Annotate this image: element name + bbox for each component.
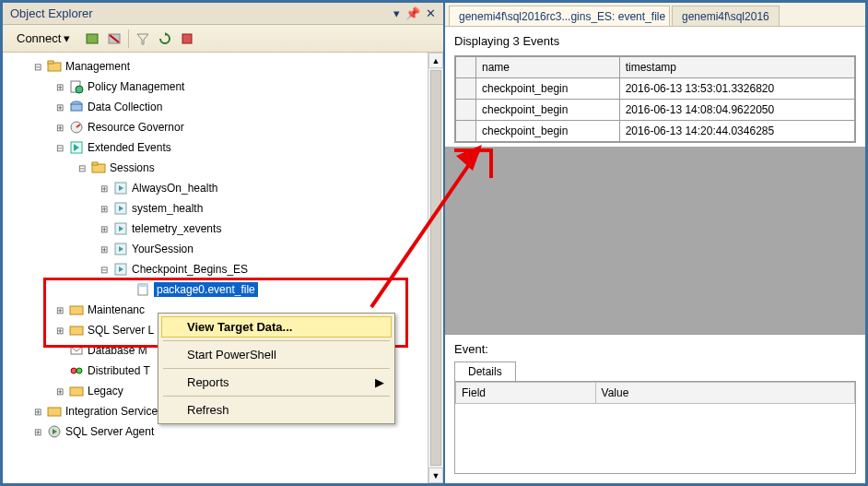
tree-label: system_health	[132, 202, 203, 215]
cell-timestamp: 2016-06-13 13:53:01.3326820	[619, 78, 854, 100]
session-icon	[113, 201, 128, 216]
cell-timestamp: 2016-06-13 14:08:04.9622050	[619, 100, 854, 121]
cell-name: checkpoint_begin	[476, 100, 620, 121]
menu-refresh[interactable]: Refresh	[161, 399, 392, 421]
svg-point-33	[71, 368, 76, 373]
tab-label: genemi4f\sql2016	[682, 10, 769, 23]
tree-node-yoursession[interactable]: YourSession	[6, 239, 443, 259]
menu-start-powershell[interactable]: Start PowerShell	[161, 344, 392, 365]
session-icon	[113, 242, 128, 256]
tree-node-data-collection[interactable]: Data Collection	[6, 97, 443, 117]
tree-label: Resource Governor	[88, 121, 184, 134]
document-tabbar: genemi4f\sql2016rc3...gins_ES: event_fil…	[445, 3, 865, 27]
svg-rect-11	[71, 104, 82, 111]
grid-filler	[445, 147, 865, 334]
tree-label: Legacy	[88, 385, 123, 397]
policy-icon	[69, 79, 84, 94]
tree-node-management[interactable]: Management	[6, 56, 443, 77]
col-value[interactable]: Value	[595, 383, 854, 404]
resource-governor-icon	[69, 120, 84, 135]
folder-icon	[69, 323, 84, 338]
event-file-icon	[135, 282, 150, 297]
event-count-label: Displaying 3 Events	[445, 27, 865, 52]
scroll-down-icon[interactable]: ▼	[428, 468, 443, 483]
svg-rect-29	[138, 284, 147, 287]
tree-label: Database M	[88, 344, 147, 357]
scroll-up-icon[interactable]: ▲	[428, 53, 443, 68]
object-explorer-toolbar: Connect ▾	[3, 25, 443, 53]
dropdown-icon[interactable]: ▾	[393, 6, 400, 20]
menu-view-target-data[interactable]: View Target Data...	[161, 316, 392, 338]
tree-label: Sessions	[110, 161, 155, 174]
svg-rect-17	[92, 162, 98, 165]
svg-rect-30	[70, 306, 83, 314]
menu-separator	[163, 340, 390, 341]
tree-node-sql-agent[interactable]: SQL Server Agent	[6, 421, 443, 442]
tree-label: AlwaysOn_health	[132, 182, 217, 195]
tab-event-file[interactable]: genemi4f\sql2016rc3...gins_ES: event_fil…	[449, 6, 670, 26]
tree-node-resource-governor[interactable]: Resource Governor	[6, 117, 443, 137]
stop-icon[interactable]	[179, 30, 195, 47]
tab-label: genemi4f\sql2016rc3...gins_ES: event_fil…	[459, 10, 665, 23]
col-name[interactable]: name	[476, 57, 620, 78]
folder-icon	[47, 404, 62, 419]
connect-button[interactable]: Connect ▾	[8, 29, 78, 48]
tree-node-telemetry[interactable]: telemetry_xevents	[6, 219, 443, 239]
folder-icon	[69, 302, 84, 317]
menu-reports-label: Reports	[187, 375, 229, 389]
col-field[interactable]: Field	[456, 383, 596, 404]
filter-icon[interactable]	[135, 30, 151, 47]
tree-label: Management	[65, 60, 130, 73]
tree-label: Maintenanc	[88, 303, 145, 316]
pin-icon[interactable]: 📌	[405, 6, 420, 20]
tree-label: Data Collection	[88, 101, 162, 113]
cell-name: checkpoint_begin	[476, 78, 620, 100]
table-row[interactable]: checkpoint_begin 2016-06-13 14:20:44.034…	[456, 121, 855, 142]
tree-scrollbar[interactable]: ▲ ▼	[428, 53, 443, 483]
sql-agent-icon	[47, 424, 62, 439]
detail-grid[interactable]: Field Value	[454, 382, 856, 474]
folder-icon	[91, 160, 106, 175]
submenu-arrow-icon: ▶	[375, 375, 384, 389]
events-table[interactable]: name timestamp checkpoint_begin 2016-06-…	[454, 55, 856, 143]
folder-icon	[47, 59, 62, 74]
svg-rect-5	[182, 34, 192, 43]
tree-node-package0[interactable]: package0.event_file	[6, 279, 443, 300]
tree-node-alwayson[interactable]: AlwaysOn_health	[6, 178, 443, 198]
svg-rect-31	[70, 326, 83, 335]
tree-node-extended-events[interactable]: Extended Events	[6, 137, 443, 158]
connect-db-icon[interactable]	[84, 30, 100, 47]
session-icon	[113, 181, 128, 196]
tree-label: SQL Server L	[88, 324, 154, 337]
table-row[interactable]: checkpoint_begin 2016-06-13 14:08:04.962…	[456, 100, 855, 121]
svg-point-34	[76, 368, 82, 373]
col-timestamp[interactable]: timestamp	[619, 57, 854, 78]
svg-marker-3	[137, 34, 148, 44]
session-icon	[113, 221, 128, 236]
disconnect-icon[interactable]	[106, 30, 123, 47]
tree-node-checkpoint-begins[interactable]: Checkpoint_Begins_ES	[6, 259, 443, 279]
tree-node-system-health[interactable]: system_health	[6, 198, 443, 219]
menu-separator	[163, 368, 390, 369]
tab-details[interactable]: Details	[454, 362, 516, 381]
cell-name: checkpoint_begin	[476, 121, 620, 142]
folder-icon	[69, 384, 84, 398]
close-icon[interactable]: ✕	[426, 6, 436, 20]
data-collection-icon	[69, 100, 84, 114]
tree-label: Extended Events	[88, 141, 171, 154]
tree-label: SQL Server Agent	[65, 425, 154, 438]
tree-label: Policy Management	[88, 80, 184, 93]
tree-node-sessions[interactable]: Sessions	[6, 158, 443, 178]
context-menu[interactable]: View Target Data... Start PowerShell Rep…	[158, 313, 395, 424]
table-row[interactable]: checkpoint_begin 2016-06-13 13:53:01.332…	[456, 78, 855, 100]
tree-label: Distributed T	[88, 364, 150, 377]
event-label: Event:	[454, 342, 856, 356]
tab-other[interactable]: genemi4f\sql2016	[672, 6, 780, 26]
scroll-thumb[interactable]	[430, 70, 441, 466]
table-header-row: name timestamp	[456, 57, 855, 78]
menu-reports[interactable]: Reports ▶	[161, 372, 392, 393]
refresh-icon[interactable]	[157, 30, 173, 47]
object-explorer-title: Object Explorer	[10, 6, 93, 20]
distributed-icon	[69, 363, 84, 378]
tree-node-policy[interactable]: Policy Management	[6, 77, 443, 97]
